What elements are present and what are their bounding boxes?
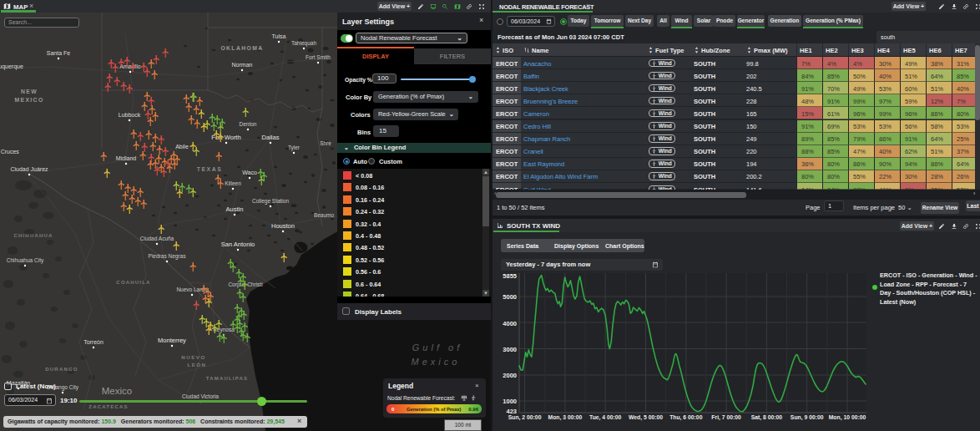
svg-text:s Cruces: s Cruces bbox=[0, 149, 19, 155]
svg-text:Abile: Abile bbox=[175, 144, 189, 150]
svg-text:Waco: Waco bbox=[242, 170, 257, 175]
svg-text:TEXAS: TEXAS bbox=[197, 166, 223, 172]
svg-text:OKLAHOMA: OKLAHOMA bbox=[220, 45, 263, 51]
svg-text:Shre: Shre bbox=[320, 140, 331, 146]
svg-text:Houston: Houston bbox=[271, 222, 295, 230]
svg-text:College Station: College Station bbox=[252, 198, 289, 205]
svg-text:NEW: NEW bbox=[21, 89, 38, 94]
svg-text:Mexico: Mexico bbox=[102, 386, 132, 396]
svg-text:3000: 3000 bbox=[503, 346, 517, 353]
svg-text:Ciudad Acuña: Ciudad Acuña bbox=[140, 236, 174, 241]
svg-text:Killeen: Killeen bbox=[225, 180, 241, 186]
svg-text:Lubbock: Lubbock bbox=[119, 112, 141, 118]
svg-text:Nuevo Lared: Nuevo Lared bbox=[176, 286, 208, 292]
svg-text:Tulsa: Tulsa bbox=[272, 33, 286, 39]
svg-text:Mon, 3 00:00: Mon, 3 00:00 bbox=[548, 414, 583, 421]
svg-text:Ciudad Victoria: Ciudad Victoria bbox=[182, 393, 219, 399]
svg-text:Fort Smith: Fort Smith bbox=[306, 54, 331, 60]
svg-text:Santa Fe: Santa Fe bbox=[47, 50, 71, 56]
svg-text:LEÓN: LEÓN bbox=[187, 362, 206, 368]
svg-text:Torreón: Torreón bbox=[83, 339, 104, 345]
svg-text:DURANGO: DURANGO bbox=[45, 367, 78, 372]
svg-text:Sun, 9 00:00: Sun, 9 00:00 bbox=[791, 414, 824, 421]
svg-text:Austin: Austin bbox=[226, 205, 244, 213]
svg-text:Piedras Negras: Piedras Negras bbox=[149, 253, 187, 260]
svg-text:Sat, 8 00:00: Sat, 8 00:00 bbox=[751, 414, 783, 421]
svg-text:Ciudad Juárez: Ciudad Juárez bbox=[10, 166, 48, 172]
svg-text:San Antonio: San Antonio bbox=[221, 241, 255, 248]
svg-text:Tue, 4 00:00: Tue, 4 00:00 bbox=[589, 414, 622, 421]
svg-text:Amarillo: Amarillo bbox=[119, 63, 140, 69]
svg-text:5000: 5000 bbox=[503, 293, 517, 301]
svg-text:Wed, 5 00:00: Wed, 5 00:00 bbox=[629, 414, 663, 421]
svg-text:Albuquerque: Albuquerque bbox=[0, 63, 23, 70]
svg-text:Mon, 10 00:00: Mon, 10 00:00 bbox=[829, 414, 866, 421]
svg-text:4000: 4000 bbox=[503, 320, 517, 327]
svg-text:2000: 2000 bbox=[503, 372, 517, 379]
svg-text:Beaumo: Beaumo bbox=[314, 212, 335, 218]
svg-text:Monterrey: Monterrey bbox=[158, 337, 186, 344]
svg-text:5855: 5855 bbox=[503, 272, 517, 280]
svg-text:Denton: Denton bbox=[240, 121, 257, 127]
svg-text:COAHUILA: COAHUILA bbox=[116, 280, 150, 285]
svg-text:Corpus Christi: Corpus Christi bbox=[228, 281, 262, 288]
svg-text:Tyler: Tyler bbox=[288, 145, 301, 151]
svg-text:Norman: Norman bbox=[232, 62, 253, 68]
svg-text:Tahlequah: Tahlequah bbox=[291, 40, 316, 47]
svg-text:NUEVO: NUEVO bbox=[181, 354, 206, 360]
svg-text:1000: 1000 bbox=[503, 398, 517, 405]
svg-text:Mexico: Mexico bbox=[412, 357, 461, 367]
svg-text:Midland: Midland bbox=[116, 155, 137, 161]
svg-text:TAMAULIPAS: TAMAULIPAS bbox=[206, 376, 248, 381]
svg-text:ZACATECAS: ZACATECAS bbox=[88, 404, 128, 409]
svg-text:Sun, 2 00:00: Sun, 2 00:00 bbox=[508, 414, 542, 421]
svg-text:Gulf of: Gulf of bbox=[412, 342, 462, 352]
svg-text:Thu, 6 00:00: Thu, 6 00:00 bbox=[669, 414, 703, 421]
svg-text:Dallas: Dallas bbox=[262, 134, 280, 141]
svg-text:Fri, 7 00:00: Fri, 7 00:00 bbox=[711, 414, 741, 421]
svg-text:CHIHUAHUA: CHIHUAHUA bbox=[13, 233, 53, 238]
svg-text:MEXICO: MEXICO bbox=[14, 97, 43, 103]
svg-text:Chihuahua City: Chihuahua City bbox=[7, 257, 44, 264]
